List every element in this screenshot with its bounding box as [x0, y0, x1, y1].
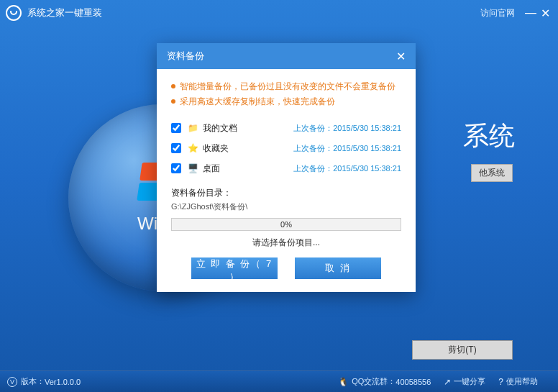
backup-item-desktop: 🖥️ 桌面 上次备份：2015/5/30 15:38:21 — [171, 158, 401, 178]
other-system-button[interactable]: 他系统 — [471, 164, 513, 182]
backup-list: 📁 我的文档 上次备份：2015/5/30 15:38:21 ⭐ 收藏夹 上次备… — [171, 118, 401, 178]
app-window: 系统之家一键重装 访问官网 — ✕ Windo 系统 他系统 剪切(T) 资料备… — [0, 0, 558, 392]
dialog-button-row: 立 即 备 份（ 7 ） 取 消 — [171, 257, 401, 279]
backup-dialog: 资料备份 ✕ 智能增量备份，已备份过且没有改变的文件不会重复备份 采用高速大缓存… — [157, 43, 416, 292]
dialog-titlebar: 资料备份 ✕ — [157, 43, 416, 69]
bullet-icon — [171, 99, 175, 104]
help-link[interactable]: ? 使用帮助 — [498, 376, 538, 387]
qq-icon: 🐧 — [338, 377, 349, 387]
side-heading: 系统 — [463, 119, 515, 154]
backup-item-documents: 📁 我的文档 上次备份：2015/5/30 15:38:21 — [171, 118, 401, 138]
share-label: 一键分享 — [454, 376, 485, 387]
app-title: 系统之家一键重装 — [27, 6, 102, 19]
desktop-icon: 🖥️ — [187, 163, 198, 174]
minimize-button[interactable]: — — [523, 6, 538, 20]
qq-label: QQ交流群： — [352, 376, 395, 387]
backup-item-favorites: ⭐ 收藏夹 上次备份：2015/5/30 15:38:21 — [171, 138, 401, 158]
tip-text: 采用高速大缓存复制结束，快速完成备份 — [180, 96, 335, 108]
bullet-icon — [171, 84, 175, 88]
app-logo-icon — [6, 5, 22, 21]
item-label: 我的文档 — [203, 122, 255, 135]
version-label: 版本： — [21, 376, 45, 387]
dialog-close-button[interactable]: ✕ — [396, 50, 406, 63]
share-link[interactable]: ↗ 一键分享 — [444, 376, 485, 387]
version-value: Ver1.0.0.0 — [45, 378, 81, 386]
qq-group-link[interactable]: 🐧 QQ交流群： 40058556 — [338, 376, 431, 387]
tip-line: 智能增量备份，已备份过且没有改变的文件不会重复备份 — [171, 81, 401, 93]
tip-line: 采用高速大缓存复制结束，快速完成备份 — [171, 96, 401, 108]
help-label: 使用帮助 — [506, 376, 538, 387]
progress-text: 0% — [172, 219, 401, 230]
titlebar: 系统之家一键重装 访问官网 — ✕ — [0, 0, 558, 26]
tip-text: 智能增量备份，已备份过且没有改变的文件不会重复备份 — [180, 81, 395, 93]
backup-status-text: 请选择备份项目... — [171, 237, 401, 249]
visit-official-link[interactable]: 访问官网 — [480, 7, 515, 19]
item-timestamp: 上次备份：2015/5/30 15:38:21 — [293, 163, 401, 174]
help-icon: ? — [498, 377, 503, 387]
dialog-title-text: 资料备份 — [167, 50, 204, 63]
checkbox-desktop[interactable] — [171, 163, 181, 173]
favorites-icon: ⭐ — [187, 142, 198, 154]
backup-dir-path: G:\ZJGhost\资料备份\ — [171, 201, 401, 212]
item-label: 桌面 — [203, 163, 255, 175]
progress-bar: 0% — [171, 218, 401, 231]
window-close-button[interactable]: ✕ — [538, 6, 552, 20]
qq-value: 40058556 — [395, 378, 431, 386]
backup-now-button[interactable]: 立 即 备 份（ 7 ） — [191, 257, 278, 279]
cancel-button[interactable]: 取 消 — [295, 257, 381, 279]
item-timestamp: 上次备份：2015/5/30 15:38:21 — [293, 123, 401, 134]
checkbox-favorites[interactable] — [171, 143, 181, 153]
cut-button[interactable]: 剪切(T) — [412, 340, 513, 360]
folder-docs-icon: 📁 — [187, 122, 198, 134]
backup-dir-label: 资料备份目录： — [171, 187, 401, 199]
item-label: 收藏夹 — [203, 142, 255, 155]
share-icon: ↗ — [444, 377, 451, 387]
version-icon: V — [7, 377, 17, 387]
dialog-body: 智能增量备份，已备份过且没有改变的文件不会重复备份 采用高速大缓存复制结束，快速… — [157, 69, 416, 292]
item-timestamp: 上次备份：2015/5/30 15:38:21 — [293, 143, 401, 154]
version-info: V 版本： Ver1.0.0.0 — [7, 376, 81, 387]
statusbar: V 版本： Ver1.0.0.0 🐧 QQ交流群： 40058556 ↗ 一键分… — [0, 370, 558, 392]
checkbox-documents[interactable] — [171, 123, 181, 133]
